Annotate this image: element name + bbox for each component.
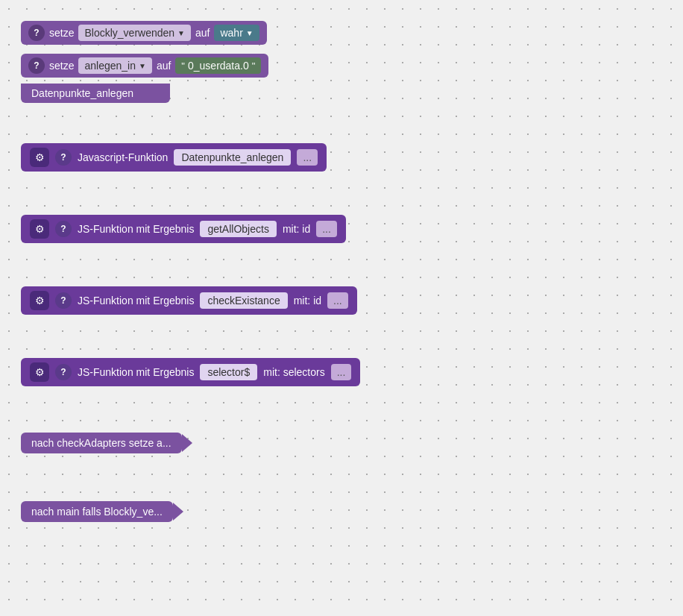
string-value-chip[interactable]: " 0_userdata.0 " xyxy=(175,57,261,74)
variable-chip-blockly[interactable]: Blockly_verwenden ▼ xyxy=(78,25,191,41)
block-set-blockly-verwenden[interactable]: ? setze Blockly_verwenden ▼ auf wahr ▼ xyxy=(21,21,267,45)
question-icon[interactable]: ? xyxy=(55,292,72,309)
funcname-chip-datenpunkte[interactable]: Datenpunkte_anlegen xyxy=(174,149,291,166)
value-chip-wahr[interactable]: wahr ▼ xyxy=(214,25,259,41)
block-datenpunkte-label[interactable]: Datenpunkte_anlegen xyxy=(21,84,170,103)
block-javascript-funktion[interactable]: ⚙ ? Javascript-Funktion Datenpunkte_anle… xyxy=(21,143,327,172)
gear-icon[interactable]: ⚙ xyxy=(30,219,49,239)
dots-chip3[interactable]: ... xyxy=(327,292,348,309)
funcname-chip-checkexistance[interactable]: checkExistance xyxy=(200,292,287,309)
gear-icon[interactable]: ⚙ xyxy=(30,291,49,310)
question-icon[interactable]: ? xyxy=(28,57,45,74)
variable-chip-anlegen[interactable]: anlegen_in ▼ xyxy=(78,57,151,74)
dots-chip[interactable]: ... xyxy=(297,149,318,166)
funcname-chip-selector[interactable]: selector$ xyxy=(200,364,257,380)
block-nach-checkadapters[interactable]: nach checkAdapters setze a... xyxy=(21,433,182,453)
question-icon[interactable]: ? xyxy=(28,25,45,41)
setze-label2: setze xyxy=(49,60,74,72)
gear-icon[interactable]: ⚙ xyxy=(30,362,49,382)
gear-icon[interactable]: ⚙ xyxy=(30,148,49,167)
block-js-funktion-checkexistance[interactable]: ⚙ ? JS-Funktion mit Ergebnis checkExista… xyxy=(21,286,357,315)
block-js-funktion-selector[interactable]: ⚙ ? JS-Funktion mit Ergebnis selector$ m… xyxy=(21,358,360,386)
blockly-workspace: ? setze Blockly_verwenden ▼ auf wahr ▼ ?… xyxy=(0,0,683,616)
funcname-chip-getallobjects[interactable]: getAllObjects xyxy=(200,221,276,237)
question-icon[interactable]: ? xyxy=(55,149,72,166)
arrow-notch-right2 xyxy=(173,503,183,521)
block-js-funktion-getallobjects[interactable]: ⚙ ? JS-Funktion mit Ergebnis getAllObjec… xyxy=(21,215,346,243)
dots-chip2[interactable]: ... xyxy=(316,221,337,237)
dots-chip4[interactable]: ... xyxy=(331,364,352,380)
block-set-anlegen-in[interactable]: ? setze anlegen_in ▼ auf " 0_userdata.0 … xyxy=(21,54,268,78)
question-icon[interactable]: ? xyxy=(55,364,72,380)
arrow-notch-right xyxy=(182,434,192,452)
question-icon[interactable]: ? xyxy=(55,221,72,237)
setze-label: setze xyxy=(49,27,74,39)
block-nach-main[interactable]: nach main falls Blockly_ve... xyxy=(21,501,173,522)
